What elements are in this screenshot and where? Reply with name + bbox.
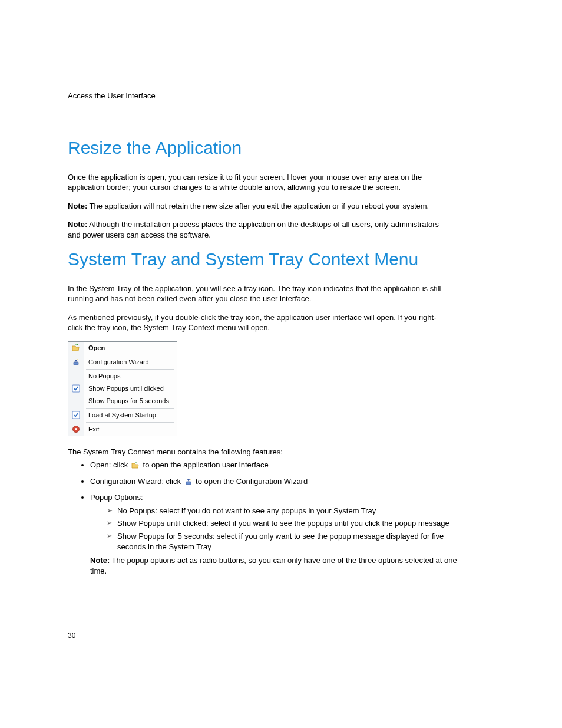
paragraph: Once the application is open, you can re… [68, 172, 445, 193]
svg-rect-1 [72, 385, 80, 392]
menu-item-open: Open [68, 342, 177, 354]
menu-item-config: Configuration Wizard [68, 356, 177, 368]
feature-popup: Popup Options: [90, 493, 143, 502]
exit-icon [72, 425, 80, 433]
paragraph: The System Tray Context menu contains th… [68, 447, 445, 457]
menu-item-show-until: Show Popups until clicked [68, 383, 177, 395]
note-label: Note: [68, 202, 87, 210]
menu-item-label: No Popups [84, 373, 120, 380]
open-icon [72, 344, 80, 352]
svg-rect-0 [74, 362, 78, 365]
note-text: Although the installation process places… [68, 220, 439, 239]
note-paragraph: Note: Although the installation process … [68, 219, 445, 240]
wizard-icon [184, 477, 193, 489]
list-item: Show Popups for 5 seconds: select if you… [107, 531, 467, 552]
list-item: Configuration Wizard: click to open the … [90, 476, 467, 489]
popup-sublist: No Popups: select if you do not want to … [90, 506, 467, 552]
note-paragraph: Note: The application will not retain th… [68, 201, 445, 212]
check-icon [72, 384, 80, 393]
list-item: Open: click to open the application user… [90, 459, 467, 473]
menu-item-no-popups: No Popups [68, 370, 177, 383]
svg-point-4 [75, 428, 77, 430]
wizard-icon [72, 358, 80, 366]
svg-rect-2 [72, 411, 80, 419]
note-label: Note: [90, 556, 110, 565]
page-header: Access the User Interface [68, 91, 494, 100]
menu-item-load-startup: Load at System Startup [68, 409, 177, 421]
open-icon [131, 461, 140, 473]
list-item: Popup Options: No Popups: select if you … [90, 492, 467, 576]
note-text: The popup options act as radio buttons, … [90, 556, 457, 575]
menu-item-exit: Exit [68, 423, 177, 436]
heading-resize: Resize the Application [68, 137, 494, 159]
menu-item-show-5: Show Popups for 5 seconds [68, 395, 177, 407]
feature-config-post: to open the Configuration Wizard [194, 477, 308, 486]
paragraph: In the System Tray of the application, y… [68, 284, 445, 304]
feature-config-pre: Configuration Wizard: click [90, 477, 183, 486]
menu-item-label: Show Popups for 5 seconds [84, 397, 169, 404]
menu-item-label: Exit [84, 426, 99, 433]
feature-open-post: to open the application user interface [141, 460, 269, 469]
feature-open-pre: Open: click [90, 460, 130, 469]
note-text: The application will not retain the new … [87, 202, 429, 210]
check-icon [72, 411, 80, 419]
feature-list: Open: click to open the application user… [68, 459, 467, 576]
context-menu-screenshot: Open Configuration Wizard No Popups Show… [68, 341, 177, 436]
svg-rect-5 [186, 482, 191, 485]
paragraph: As mentioned previously, if you double-c… [68, 312, 445, 333]
heading-system-tray: System Tray and System Tray Context Menu [68, 248, 494, 271]
note-label: Note: [68, 220, 87, 229]
menu-item-label: Configuration Wizard [84, 358, 149, 365]
list-item: Show Popups until clicked: select if you… [107, 518, 467, 529]
menu-item-label: Open [84, 344, 105, 351]
list-item: No Popups: select if you do not want to … [107, 506, 467, 516]
page-number: 30 [68, 631, 75, 640]
menu-item-label: Load at System Startup [84, 411, 156, 419]
menu-item-label: Show Popups until clicked [84, 385, 164, 392]
document-page: Access the User Interface Resize the App… [0, 0, 562, 728]
note-paragraph: Note: The popup options act as radio but… [90, 555, 467, 576]
